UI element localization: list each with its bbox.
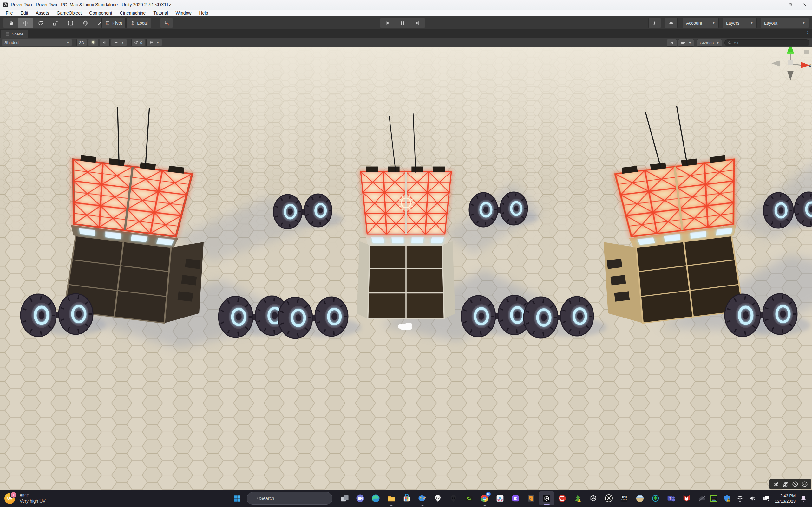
taskbar-app-store[interactable] bbox=[399, 491, 415, 506]
close-button[interactable] bbox=[798, 0, 812, 9]
menu-bar: FileEditAssetsGameObjectComponentCinemac… bbox=[0, 9, 812, 16]
taskbar-app-tree-alert[interactable] bbox=[570, 491, 586, 506]
app-icon-edge bbox=[371, 494, 380, 503]
restore-button[interactable] bbox=[783, 0, 798, 9]
tab-options-kebab-icon[interactable]: ⋮ bbox=[805, 31, 810, 36]
scene-lighting-toggle[interactable] bbox=[88, 39, 98, 46]
cloud-button[interactable] bbox=[665, 18, 677, 28]
app-icon-explorer bbox=[387, 494, 396, 503]
menu-item-gameobject[interactable]: GameObject bbox=[53, 10, 86, 15]
menu-item-tutorial[interactable]: Tutorial bbox=[149, 10, 171, 15]
camera-settings-dropdown[interactable]: ▼ bbox=[678, 39, 694, 47]
svg-text:T: T bbox=[669, 497, 671, 500]
volume-icon[interactable] bbox=[749, 494, 757, 503]
account-dropdown[interactable]: Account▼ bbox=[682, 18, 719, 28]
chevron-down-icon: ▼ bbox=[66, 41, 69, 44]
svg-text:GAMES: GAMES bbox=[621, 499, 627, 501]
taskbar-app-task-view[interactable] bbox=[337, 491, 352, 506]
component-tools-button[interactable] bbox=[667, 39, 677, 47]
chevron-down-icon: ▼ bbox=[156, 41, 159, 44]
layout-label: Layout bbox=[764, 20, 777, 26]
tab-scene[interactable]: Scene bbox=[1, 30, 28, 38]
taskbar-app-alienware-dark[interactable] bbox=[446, 491, 461, 506]
menu-item-component[interactable]: Component bbox=[85, 10, 116, 15]
rotate-tool-button[interactable] bbox=[33, 18, 48, 28]
effects-dropdown[interactable]: ▼ bbox=[111, 39, 127, 46]
weather-badge: 1 bbox=[10, 492, 17, 498]
minimize-button[interactable] bbox=[768, 0, 783, 9]
app-icon-alienware bbox=[433, 494, 443, 503]
layout-dropdown[interactable]: Layout▼ bbox=[761, 18, 809, 28]
play-button[interactable] bbox=[380, 18, 395, 28]
taskbar-app-paint[interactable] bbox=[415, 491, 430, 506]
scene-search-input[interactable]: All bbox=[724, 39, 809, 46]
camera-icon bbox=[681, 40, 686, 45]
taskbar-app-planet[interactable] bbox=[632, 491, 648, 506]
system-tray: 2:43 PM 12/13/2023 bbox=[705, 490, 808, 507]
taskbar-app-unity[interactable] bbox=[539, 492, 554, 505]
scale-tool-button[interactable] bbox=[48, 18, 63, 28]
rect-tool-button[interactable] bbox=[63, 18, 78, 28]
menu-item-help[interactable]: Help bbox=[195, 10, 212, 15]
taskbar-app-snip[interactable] bbox=[492, 491, 508, 506]
move-tool-button[interactable] bbox=[18, 18, 33, 28]
taskbar-app-alienware[interactable] bbox=[430, 491, 446, 506]
local-toggle[interactable]: Local bbox=[126, 18, 151, 28]
taskbar-app-mcafee[interactable] bbox=[679, 491, 694, 506]
taskbar-clock[interactable]: 2:43 PM 12/13/2023 bbox=[775, 493, 796, 504]
taskbar-search-input[interactable]: Search bbox=[247, 492, 333, 505]
taskbar-app-epic[interactable]: EPICGAMES bbox=[617, 491, 632, 506]
gizmos-dropdown[interactable]: Gizmos▼ bbox=[697, 39, 722, 47]
taskbar-app-booster[interactable] bbox=[648, 491, 663, 506]
app-icon-booster bbox=[651, 494, 660, 503]
weather-widget[interactable]: UV 1 89°F Very high UV bbox=[4, 490, 46, 507]
menu-item-file[interactable]: File bbox=[2, 10, 17, 15]
lightbulb-icon bbox=[91, 40, 96, 45]
step-button[interactable] bbox=[410, 18, 425, 28]
scene-viewport[interactable]: y x bbox=[0, 47, 812, 490]
services-button[interactable] bbox=[648, 18, 661, 28]
check-icon[interactable] bbox=[801, 481, 808, 488]
input-switch-icon[interactable] bbox=[762, 494, 770, 503]
menu-item-assets[interactable]: Assets bbox=[32, 10, 53, 15]
grid-snap-toggle[interactable] bbox=[160, 18, 173, 28]
pause-button[interactable] bbox=[395, 18, 410, 28]
taskbar-app-sublime[interactable] bbox=[523, 491, 539, 506]
pivot-toggle[interactable]: Pivot bbox=[101, 18, 125, 28]
transform-tool-button[interactable] bbox=[78, 18, 93, 28]
taskbar-app-edge[interactable] bbox=[368, 491, 384, 506]
taskbar-app-ccleaner[interactable] bbox=[554, 491, 570, 506]
taskbar-app-unity-wire[interactable] bbox=[586, 491, 601, 506]
menu-item-cinemachine[interactable]: Cinemachine bbox=[116, 10, 150, 15]
stack-off[interactable] bbox=[782, 481, 789, 488]
wifi-icon[interactable] bbox=[735, 494, 745, 503]
scene-tab-label: Scene bbox=[12, 32, 23, 37]
taskbar-app-teams[interactable]: T bbox=[663, 491, 679, 506]
notifications-bell-icon[interactable] bbox=[799, 494, 808, 503]
ban-icon[interactable] bbox=[792, 481, 799, 488]
svg-text:EPIC: EPIC bbox=[622, 496, 627, 498]
security-shield-icon[interactable] bbox=[722, 494, 731, 503]
hidden-objects-button[interactable]: 0 bbox=[131, 39, 145, 46]
scene-audio-toggle[interactable] bbox=[100, 39, 110, 46]
taskbar-app-chrome[interactable]: M bbox=[477, 491, 492, 506]
toolbar-right: Account▼ Layers▼ Layout▼ bbox=[648, 18, 809, 28]
taskbar-app-clipchamp[interactable] bbox=[508, 491, 523, 506]
grid-icon bbox=[149, 40, 154, 45]
taskbar-app-nvidia[interactable] bbox=[461, 491, 477, 506]
layers-dropdown[interactable]: Layers▼ bbox=[722, 18, 757, 28]
start-button[interactable] bbox=[231, 492, 244, 505]
taskbar-app-xbox[interactable] bbox=[601, 491, 617, 506]
taskbar-app-chat[interactable] bbox=[352, 491, 368, 506]
chevron-down-icon: ▼ bbox=[712, 21, 715, 25]
taskbar-app-explorer[interactable] bbox=[384, 491, 399, 506]
hw-monitor-icon[interactable] bbox=[710, 494, 718, 503]
toggle-2d-button[interactable]: 2D bbox=[77, 39, 87, 46]
app-icon-unity bbox=[542, 494, 551, 503]
menu-item-edit[interactable]: Edit bbox=[17, 10, 32, 15]
bug-off[interactable] bbox=[773, 481, 780, 488]
hand-tool-button[interactable] bbox=[3, 18, 18, 28]
menu-item-window[interactable]: Window bbox=[172, 10, 195, 15]
grid-visibility-dropdown[interactable]: ▼ bbox=[146, 39, 162, 46]
draw-mode-dropdown[interactable]: Shaded▼ bbox=[2, 39, 72, 46]
